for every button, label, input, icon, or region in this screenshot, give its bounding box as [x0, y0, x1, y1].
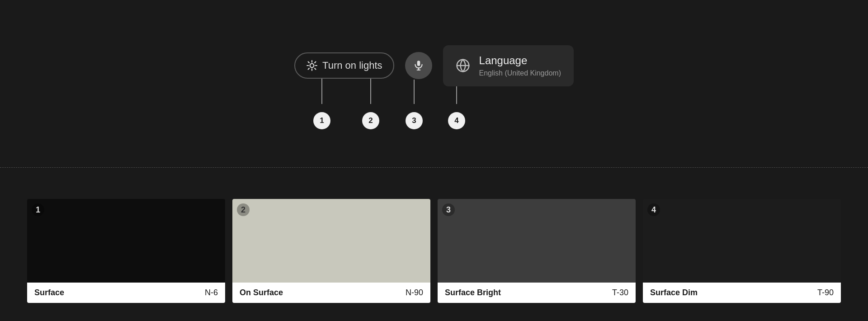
swatch-surface-dim: 4 Surface Dim T-90 — [643, 199, 841, 303]
swatch-color-surface-dim — [643, 199, 841, 283]
annotation-4: 4 — [448, 112, 465, 129]
language-card: Language English (United Kingdom) — [443, 45, 574, 86]
swatch-number-4: 4 — [647, 203, 660, 216]
swatch-color-surface — [27, 199, 225, 283]
swatch-label-surface-bright: Surface Bright T-30 — [438, 283, 636, 303]
svg-line-12 — [315, 62, 316, 63]
chip-label: Turn on lights — [322, 60, 382, 71]
light-chip[interactable]: Turn on lights — [294, 52, 394, 79]
language-subtitle: English (United Kingdom) — [479, 69, 561, 77]
language-title: Language — [479, 54, 561, 67]
section-divider — [0, 167, 868, 168]
swatch-number-2: 2 — [237, 203, 250, 216]
swatch-code-surface: N-6 — [205, 288, 218, 297]
swatch-code-on-surface: N-90 — [406, 288, 423, 297]
svg-rect-13 — [417, 61, 420, 66]
swatch-on-surface: 2 On Surface N-90 — [232, 199, 430, 303]
svg-line-8 — [315, 69, 316, 70]
swatch-code-surface-dim: T-90 — [817, 288, 834, 297]
color-swatches-section: 1 Surface N-6 2 On Surface N-90 3 Surfac… — [0, 181, 868, 321]
swatch-number-3: 3 — [442, 203, 455, 216]
swatch-color-surface-bright — [438, 199, 636, 283]
sun-icon — [306, 60, 318, 71]
language-text: Language English (United Kingdom) — [479, 54, 561, 77]
swatch-color-on-surface — [232, 199, 430, 283]
svg-line-11 — [308, 69, 309, 70]
svg-point-4 — [310, 64, 314, 68]
swatch-code-surface-bright: T-30 — [612, 288, 628, 297]
mic-button[interactable] — [405, 52, 432, 79]
swatch-name-surface-bright: Surface Bright — [445, 288, 501, 297]
swatch-name-surface: Surface — [34, 288, 64, 297]
swatch-surface: 1 Surface N-6 — [27, 199, 225, 303]
swatch-label-surface: Surface N-6 — [27, 283, 225, 303]
annotation-1: 1 — [313, 112, 330, 129]
swatch-label-on-surface: On Surface N-90 — [232, 283, 430, 303]
top-section: Turn on lights Language English (United … — [0, 0, 868, 167]
microphone-icon — [413, 60, 425, 71]
svg-line-7 — [308, 62, 309, 63]
swatch-name-on-surface: On Surface — [240, 288, 283, 297]
swatch-name-surface-dim: Surface Dim — [650, 288, 698, 297]
swatch-label-surface-dim: Surface Dim T-90 — [643, 283, 841, 303]
swatch-surface-bright: 3 Surface Bright T-30 — [438, 199, 636, 303]
annotation-3: 3 — [406, 112, 423, 129]
demo-elements: Turn on lights Language English (United … — [294, 45, 574, 86]
globe-icon — [456, 58, 470, 73]
annotation-2: 2 — [362, 112, 379, 129]
swatch-number-1: 1 — [32, 203, 44, 216]
